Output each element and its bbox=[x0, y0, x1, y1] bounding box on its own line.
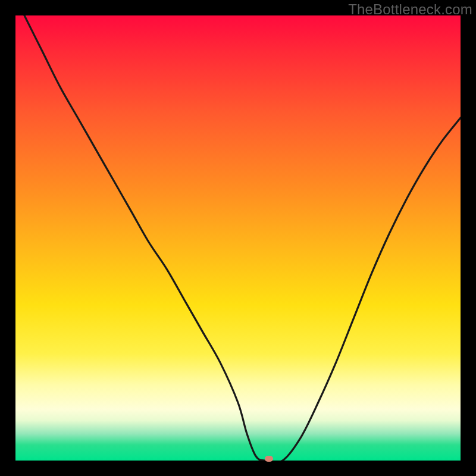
watermark-text: TheBottleneck.com bbox=[348, 1, 472, 18]
bottleneck-curve bbox=[15, 15, 461, 461]
optimal-point-marker bbox=[265, 456, 273, 462]
chart-frame: TheBottleneck.com bbox=[0, 0, 476, 476]
plot-area bbox=[15, 15, 461, 461]
